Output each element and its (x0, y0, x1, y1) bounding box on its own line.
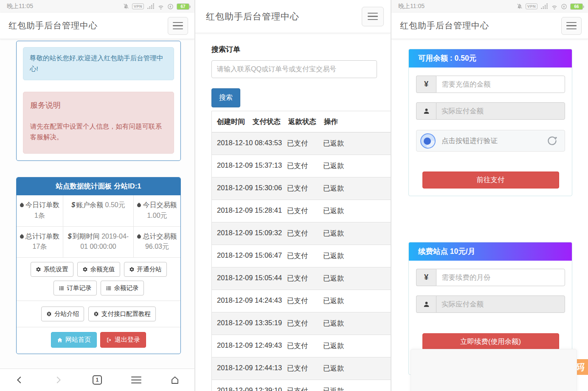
gear-icon (36, 267, 41, 272)
panel-action-button[interactable]: 开通分站 (124, 262, 167, 277)
action-cell (358, 132, 391, 155)
menu-button[interactable] (168, 17, 188, 35)
panel-action-button[interactable]: 余额记录 (101, 281, 144, 295)
dollar-icon (71, 201, 76, 208)
renew-button[interactable]: 立即续费(使用余额) (422, 333, 559, 350)
refund-status-cell: 已返款 (318, 290, 358, 312)
phone-left-screen: 晚上11:05 VPN 67 红包助手后台管理中心 (0, 0, 194, 391)
captcha-label: 点击按钮进行验证 (442, 136, 498, 146)
action-cell (358, 357, 391, 380)
home-nav-button[interactable] (166, 371, 184, 389)
stat-value: 1.00元 (147, 212, 167, 219)
gear-icon (82, 267, 88, 272)
notice-panel: 尊敬的站长您好,欢迎进入红包助手后台管理中心! 服务说明 请先在配置中设置个人信… (16, 41, 181, 161)
pay-status-cell: 已支付 (282, 200, 318, 222)
browser-nav-bar: 1 (0, 368, 194, 391)
order-time-cell: 2018-12-09 15:06:47 (212, 245, 282, 267)
tabs-button[interactable]: 1 (88, 371, 107, 389)
payable-input-group (416, 102, 565, 120)
refund-status-cell: 已返款 (318, 335, 358, 357)
order-time-cell: 2018-12-09 15:28:41 (212, 200, 282, 222)
browser-menu-button[interactable] (127, 371, 146, 389)
person-icon (416, 102, 436, 120)
pay-status-cell: 已支付 (282, 132, 318, 155)
stat-label: 到期时间 (73, 233, 100, 240)
stat-cell: 账户余额 0.50元 (63, 195, 134, 227)
clock-label: 晚上11:05 (398, 3, 425, 10)
status-icons: VPN 66 (517, 3, 583, 10)
action-cell (358, 290, 391, 312)
captcha-widget[interactable]: 点击按钮进行验证 (416, 130, 565, 152)
menu-button[interactable] (561, 17, 582, 35)
screenshot-root: 晚上11:05 VPN 67 红包助手后台管理中心 (0, 0, 588, 391)
panel-action-button[interactable]: 支付接口配置教程 (88, 307, 156, 321)
action-cell (358, 177, 391, 200)
recharge-payable-input[interactable] (436, 102, 565, 120)
pay-status-cell: 已支付 (282, 335, 318, 357)
panel-action-button[interactable]: 分站介绍 (41, 307, 84, 321)
order-row: 2018-12-09 15:05:44 已支付 已返款 (212, 267, 391, 290)
refund-status-cell: 已返款 (318, 312, 358, 335)
search-button[interactable]: 搜索 (211, 88, 240, 107)
signal-dots-icon (147, 3, 155, 9)
pay-button[interactable]: 前往支付 (422, 172, 559, 188)
table-body: 2018-12-10 08:43:53 已支付 已返款 2018-12-09 1… (212, 132, 391, 391)
recharge-amount-input[interactable] (436, 76, 565, 93)
renew-payable-input[interactable] (436, 295, 565, 313)
status-icons: VPN 67 (123, 3, 189, 10)
droplet-icon (20, 201, 25, 208)
order-row: 2018-12-10 08:43:53 已支付 已返款 (212, 132, 391, 155)
order-row: 2018-12-09 12:49:43 已支付 已返款 (212, 335, 391, 357)
search-input[interactable] (211, 60, 377, 78)
orders-content: 搜索订单 搜索 创建时间 支付状态 返款状态 操作 (195, 33, 391, 391)
phone-middle-screen: 红包助手后台管理中心 搜索订单 搜索 创建时间 支付状态 返款状态 操作 (195, 0, 391, 391)
pay-status-cell: 已支付 (282, 177, 318, 200)
pay-status-cell: 已支付 (282, 290, 318, 312)
order-time-cell: 2018-12-10 08:43:53 (212, 132, 282, 155)
home-button[interactable]: 网站首页 (51, 332, 97, 348)
action-cell (358, 222, 391, 245)
refund-status-cell: 已返款 (318, 222, 358, 245)
back-button[interactable] (10, 371, 29, 389)
service-alert: 服务说明 请先在配置中设置个人信息，如有问题可联系客服解决。 (23, 92, 174, 154)
column-header: 支付状态 (248, 111, 283, 132)
order-time-cell: 2018-12-09 13:35:19 (212, 312, 282, 335)
droplet-icon (137, 233, 143, 240)
order-row: 2018-12-09 12:39:10 已支付 已返款 (212, 380, 391, 391)
status-bar-right: 晚上11:05 VPN 66 (391, 0, 588, 13)
panel-action-button[interactable]: 订单记录 (53, 281, 97, 295)
menu-button[interactable] (362, 7, 384, 26)
refund-status-cell: 已返款 (318, 132, 358, 155)
stat-label: 账户余额 (76, 201, 103, 208)
panel-action-button[interactable]: 余额充值 (77, 262, 120, 277)
captcha-refresh-button[interactable] (546, 135, 558, 146)
battery-indicator: 66 (570, 3, 583, 10)
service-alert-body: 请先在配置中设置个人信息，如有问题可联系客服解决。 (30, 121, 167, 143)
vpn-badge: VPN (132, 3, 144, 9)
order-time-cell: 2018-12-09 15:30:06 (212, 177, 282, 200)
refund-status-cell: 已返款 (318, 200, 358, 222)
order-row: 2018-12-09 15:37:13 已支付 已返款 (212, 155, 391, 177)
welcome-alert: 尊敬的站长您好,欢迎进入红包助手后台管理中心! (23, 47, 174, 80)
forward-button[interactable] (49, 371, 68, 389)
stat-label: 今日交易额 (143, 201, 177, 208)
stat-value: 17条 (33, 243, 47, 250)
yen-icon: ¥ (416, 269, 436, 286)
renew-months-input[interactable] (436, 269, 565, 286)
panel-action-button[interactable]: 系统设置 (31, 262, 73, 277)
billing-content: 可用余额 : 0.50元 ¥ 点击按钮进行验证 (391, 39, 588, 375)
pay-status-cell: 已支付 (282, 380, 318, 391)
action-cell (358, 335, 391, 357)
column-header: 返款状态 (283, 111, 319, 132)
footer-buttons: 网站首页 退出登录 (17, 327, 180, 354)
order-time-cell: 2018-12-09 12:49:43 (212, 335, 282, 357)
search-orders-title: 搜索订单 (211, 45, 377, 54)
dashboard-content: 尊敬的站长您好,欢迎进入红包助手后台管理中心! 服务说明 请先在配置中设置个人信… (0, 39, 194, 368)
chevron-left-icon (15, 375, 24, 385)
stat-label: 总计交易额 (143, 233, 177, 240)
page-title: 红包助手后台管理中心 (400, 20, 489, 31)
home-outline-icon (170, 375, 180, 385)
action-cell (358, 155, 391, 177)
logout-button[interactable]: 退出登录 (100, 332, 146, 348)
refund-status-cell: 已返款 (318, 380, 358, 391)
